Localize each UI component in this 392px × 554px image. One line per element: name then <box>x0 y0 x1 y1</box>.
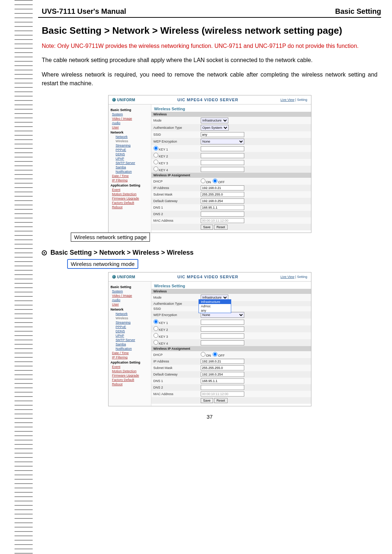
label2-ip: IP Address <box>151 358 199 365</box>
nav-factory[interactable]: Factory Default <box>112 201 149 205</box>
label-dhcp: DHCP <box>151 178 199 185</box>
nav-user[interactable]: User <box>112 126 149 129</box>
label2-key2: KEY 2 <box>159 328 168 332</box>
key2-input[interactable] <box>201 153 244 158</box>
mode-dropdown-open[interactable]: Infrastructure AdHoc any <box>199 299 231 313</box>
dhcp-on-radio[interactable] <box>201 178 205 183</box>
nav2-wireless[interactable]: Wireless <box>116 316 149 320</box>
mode-select[interactable]: Infrastructure <box>201 118 228 123</box>
ip-input-2[interactable] <box>201 359 244 364</box>
key4-input-2[interactable] <box>201 340 244 345</box>
nav-ddns[interactable]: DDNS <box>116 152 149 156</box>
key2-input-2[interactable] <box>201 327 244 332</box>
nav2-ddns[interactable]: DDNS <box>116 329 149 333</box>
page-binding-decoration <box>0 0 38 554</box>
dhcp-off-radio-2[interactable] <box>213 352 217 357</box>
mask-input-2[interactable] <box>201 365 244 370</box>
wep-select[interactable]: None <box>201 139 244 144</box>
nav2-network-sub[interactable]: Network <box>116 312 149 316</box>
nav2-event[interactable]: Event <box>112 365 149 369</box>
key4-radio-2[interactable] <box>154 340 158 345</box>
label-auth: Authentication Type <box>151 124 199 131</box>
gateway-input[interactable] <box>201 198 244 204</box>
key1-input[interactable] <box>201 146 244 151</box>
nav2-streaming[interactable]: Streaming <box>116 321 149 324</box>
nav-motion[interactable]: Motion Detection <box>112 192 149 196</box>
nav-system[interactable]: System <box>112 112 149 116</box>
dhcp-on-radio-2[interactable] <box>201 352 205 357</box>
reset-button[interactable]: Reset <box>214 225 228 230</box>
reset-button-2[interactable]: Reset <box>214 398 228 403</box>
nav-event[interactable]: Event <box>112 188 149 192</box>
nav-notification[interactable]: Notification <box>116 170 149 173</box>
nav2-upnp[interactable]: UPnP <box>116 334 149 337</box>
setting-link-2[interactable]: Setting <box>297 275 307 279</box>
nav-video-image[interactable]: Video / Image <box>112 117 149 120</box>
dns1-input-2[interactable] <box>201 378 244 383</box>
nav2-samba[interactable]: Samba <box>116 342 149 346</box>
nav2-ip-filtering[interactable]: IP Filtering <box>112 356 149 359</box>
label2-key1: KEY 1 <box>159 321 168 325</box>
live-view-link-2[interactable]: Live View <box>281 275 294 279</box>
nav2-reboot[interactable]: Reboot <box>112 382 149 386</box>
live-view-link[interactable]: Live View <box>281 98 294 102</box>
dns2-input-2[interactable] <box>201 385 244 390</box>
screenshot-wireless-setting: UNIFORM UIC MPEG4 VIDEO SERVER Live View… <box>108 95 311 233</box>
key4-radio[interactable] <box>154 167 158 171</box>
key2-radio[interactable] <box>154 153 158 157</box>
key2-radio-2[interactable] <box>154 326 158 331</box>
key3-radio-2[interactable] <box>154 333 158 338</box>
nav-ip-filtering[interactable]: IP Filtering <box>112 178 149 182</box>
nav-reboot[interactable]: Reboot <box>112 205 149 209</box>
key4-input[interactable] <box>201 167 244 172</box>
nav2-audio[interactable]: Audio <box>112 298 149 302</box>
save-button[interactable]: Save <box>201 225 213 230</box>
nav2-smtp[interactable]: SMTP Server <box>116 338 149 342</box>
ssid-input[interactable] <box>201 132 244 137</box>
body-para-2: Where wireless network is required, you … <box>38 68 381 91</box>
label-wep: WEP Encryption <box>151 138 199 145</box>
nav2-date-time[interactable]: Date / Time <box>112 351 149 355</box>
nav2-system[interactable]: System <box>112 290 149 293</box>
nav-streaming[interactable]: Streaming <box>116 144 149 147</box>
nav2-user[interactable]: User <box>112 303 149 306</box>
nav-audio[interactable]: Audio <box>112 121 149 125</box>
key1-radio-2[interactable] <box>154 319 158 324</box>
nav-network-sub[interactable]: Network <box>116 135 149 139</box>
nav-smtp[interactable]: SMTP Server <box>116 161 149 165</box>
nav-basic-setting: Basic Setting <box>111 108 149 112</box>
nav2-firmware[interactable]: Firmware Upgrade <box>112 374 149 377</box>
auth-select[interactable]: Open System <box>201 125 229 131</box>
gateway-input-2[interactable] <box>201 372 244 377</box>
setting-link[interactable]: Setting <box>297 98 307 102</box>
ip-input[interactable] <box>201 185 244 190</box>
nav2-notification[interactable]: Notification <box>116 347 149 350</box>
key3-input[interactable] <box>201 160 244 165</box>
nav-pppoe[interactable]: PPPoE <box>116 148 149 152</box>
section-wireless: Wireless <box>151 112 311 117</box>
dns2-input[interactable] <box>201 212 244 217</box>
key3-radio[interactable] <box>154 160 158 164</box>
bullet-odot-icon <box>42 250 47 255</box>
key1-input-2[interactable] <box>201 320 244 325</box>
key1-radio[interactable] <box>154 146 158 151</box>
dns1-input[interactable] <box>201 205 244 210</box>
mode-option-adhoc[interactable]: AdHoc <box>199 304 231 308</box>
nav-upnp[interactable]: UPnP <box>116 157 149 160</box>
dhcp-off-radio[interactable] <box>213 178 217 183</box>
save-button-2[interactable]: Save <box>201 398 213 403</box>
label-key3: KEY 3 <box>159 161 168 165</box>
nav2-video-image[interactable]: Video / Image <box>112 294 149 297</box>
nav-date-time[interactable]: Date / Time <box>112 174 149 178</box>
nav2-factory[interactable]: Factory Default <box>112 378 149 382</box>
nav2-pppoe[interactable]: PPPoE <box>116 325 149 329</box>
mode-option-any[interactable]: any <box>199 308 231 313</box>
nav2-motion[interactable]: Motion Detection <box>112 369 149 373</box>
nav-firmware[interactable]: Firmware Upgrade <box>112 197 149 200</box>
mode-option-infra[interactable]: Infrastructure <box>199 300 231 304</box>
mask-input[interactable] <box>201 192 244 197</box>
nav-samba[interactable]: Samba <box>116 165 149 169</box>
caption-screenshot-2: Wireless networking mode <box>67 259 138 269</box>
key3-input-2[interactable] <box>201 333 244 338</box>
nav-wireless[interactable]: Wireless <box>116 139 149 143</box>
